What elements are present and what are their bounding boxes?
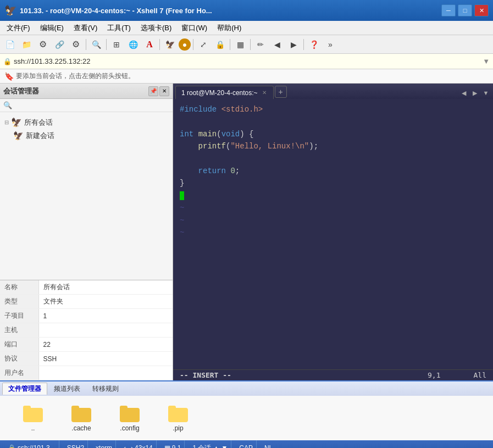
vim-status-spacer (242, 371, 417, 379)
terminal-tab-label: 1 root@VM-20-4-centos:~ (181, 89, 258, 97)
session-close-btn[interactable]: ✕ (159, 86, 169, 96)
bottom-tab-channels[interactable]: 频道列表 (48, 383, 86, 395)
address-input[interactable] (14, 57, 480, 65)
terminal-panel: 1 root@VM-20-4-centos:~ ✕ + ◀ ▶ ▼ #inclu… (173, 84, 493, 380)
file-item-pip[interactable]: .pip (162, 406, 195, 432)
bottom-tab-filemanager[interactable]: 文件管理器 (2, 383, 47, 395)
toolbar-more[interactable]: » (323, 37, 338, 52)
tab-next-button[interactable]: ▶ (470, 88, 480, 98)
tree-item-new-session[interactable]: 🦅 新建会话 (0, 129, 173, 142)
terminal-tab-active[interactable]: 1 root@VM-20-4-centos:~ ✕ (175, 86, 274, 99)
toolbar-pencil[interactable]: ✏ (253, 37, 268, 52)
toolbar-record[interactable]: ● (179, 38, 191, 51)
terminal-content[interactable]: #include <stdio.h> int main(void) { prin… (173, 99, 493, 369)
file-item-parent[interactable]: .. (16, 406, 49, 432)
status-protocol: SSH2 (64, 440, 88, 448)
tab-close-icon[interactable]: ✕ (261, 90, 268, 96)
code-line-blank1 (180, 115, 486, 128)
toolbar-expand[interactable]: ⤢ (196, 37, 211, 52)
status-size: ⟷ 43x14 (120, 440, 157, 448)
menu-tools[interactable]: 工具(T) (103, 22, 135, 34)
session-panel-title: 会话管理器 (3, 86, 39, 96)
tab-menu-button[interactable]: ▼ (481, 88, 491, 98)
toolbar-btn3[interactable]: ⚙ (35, 37, 51, 52)
code-line-3: printf("Hello, Linux!\n"); (180, 140, 486, 152)
toolbar-lock[interactable]: 🔒 (212, 37, 228, 52)
prop-val-host (38, 323, 173, 338)
prop-row-host: 主机 (0, 323, 173, 338)
bottom-tab-transfer[interactable]: 转移规则 (87, 383, 124, 395)
code-line-2: int main(void) { (180, 128, 486, 140)
prop-row-port: 端口 22 (0, 338, 173, 352)
code-cursor-line (180, 190, 486, 202)
file-item-config[interactable]: .config (113, 406, 146, 432)
close-button[interactable]: ✕ (474, 4, 489, 16)
menu-file[interactable]: 文件(F) (2, 22, 35, 34)
toolbar-grid[interactable]: ⊞ (109, 37, 124, 52)
main-area: 会话管理器 📌 ✕ 🔍 ⊟ 🦅 所有会话 🦅 新建会话 (0, 84, 493, 380)
prop-key-user: 用户名 (0, 366, 38, 380)
toolbar-arrow-right[interactable]: ▶ (286, 37, 301, 52)
prop-row-type: 类型 文件夹 (0, 295, 173, 309)
menu-help[interactable]: 帮助(H) (213, 22, 246, 34)
maximize-button[interactable]: □ (458, 4, 472, 16)
addressbar: 🔒 ▼ (0, 54, 493, 69)
terminal-tab-bar: 1 root@VM-20-4-centos:~ ✕ + ◀ ▶ ▼ (173, 84, 493, 99)
menu-window[interactable]: 窗口(W) (177, 22, 212, 34)
toolbar-open[interactable]: 📁 (19, 37, 34, 52)
status-cap-text: CAP (239, 444, 253, 448)
menu-edit[interactable]: 编辑(E) (36, 22, 68, 34)
tree-item-label: 所有会话 (24, 118, 53, 128)
cursor (180, 191, 184, 200)
file-label-parent: .. (31, 424, 35, 432)
session-search-input[interactable] (14, 102, 169, 109)
titlebar: 🦅 101.33. - root@VM-20-4-centos:~ - Xshe… (0, 0, 493, 21)
file-label-config: .config (120, 424, 139, 432)
prop-val-user (38, 366, 173, 380)
address-dropdown-icon[interactable]: ▼ (483, 57, 490, 65)
toolbar-arrow-left[interactable]: ◀ (269, 37, 285, 52)
prop-key-children: 子项目 (0, 309, 38, 323)
toolbar-new-session[interactable]: 📄 (2, 37, 18, 52)
status-terminal-text: xterm (96, 444, 112, 448)
toolbar-btn4[interactable]: 🔗 (52, 37, 67, 52)
tab-nav: ◀ ▶ ▼ (459, 88, 491, 98)
toolbar-logo[interactable]: 🦅 (162, 37, 178, 52)
toolbar-help[interactable]: ❓ (306, 37, 322, 52)
session-pin-btn[interactable]: 📌 (148, 86, 158, 96)
bookmarkbar: 🔖 要添加当前会话，点击左侧的箭头按钮。 (0, 69, 493, 84)
prop-row-protocol: 协议 SSH (0, 352, 173, 366)
tab-prev-button[interactable]: ◀ (459, 88, 469, 98)
minimize-button[interactable]: ─ (441, 4, 456, 16)
menu-view[interactable]: 查看(V) (69, 22, 102, 34)
toolbar-font[interactable]: A (142, 37, 157, 52)
tab-add-button[interactable]: + (275, 86, 287, 98)
file-area: .. .cache .config .pip (0, 396, 493, 441)
toolbar-search[interactable]: 🔍 (88, 37, 104, 52)
status-lock-icon: 🔒 (8, 444, 16, 448)
code-line-4: return 0; (180, 165, 486, 177)
file-item-cache[interactable]: .cache (65, 406, 98, 432)
toolbar-terminal[interactable]: ▦ (232, 37, 248, 52)
prop-key-name: 名称 (0, 280, 38, 295)
session-tree: ⊟ 🦅 所有会话 🦅 新建会话 (0, 112, 173, 280)
session-header: 会话管理器 📌 ✕ (0, 84, 173, 99)
menu-tabs[interactable]: 选项卡(B) (136, 22, 176, 34)
session-search-bar: 🔍 (0, 99, 173, 112)
bottom-panel: 文件管理器 频道列表 转移规则 .. .cache .confi (0, 380, 493, 440)
address-lock-icon: 🔒 (3, 58, 12, 65)
prop-row-children: 子项目 1 (0, 309, 173, 323)
folder-shape-cache (71, 408, 91, 422)
status-pos-icon: ▦ (164, 444, 170, 448)
status-protocol-text: SSH2 (67, 444, 84, 448)
toolbar-globe[interactable]: 🌐 (125, 37, 141, 52)
session-panel: 会话管理器 📌 ✕ 🔍 ⊟ 🦅 所有会话 🦅 新建会话 (0, 84, 173, 380)
session-header-actions: 📌 ✕ (148, 86, 169, 96)
vim-mode: -- INSERT -- (180, 371, 231, 379)
code-tilde-3: ~ (180, 226, 486, 239)
prop-val-name: 所有会话 (38, 280, 173, 295)
status-sessions: 1 会话 ▲ ▼ (189, 440, 231, 448)
code-line-1: #include <stdio.h> (180, 103, 486, 115)
toolbar-btn5[interactable]: ⚙ (68, 37, 84, 52)
tree-item-all-sessions[interactable]: ⊟ 🦅 所有会话 (0, 115, 173, 129)
